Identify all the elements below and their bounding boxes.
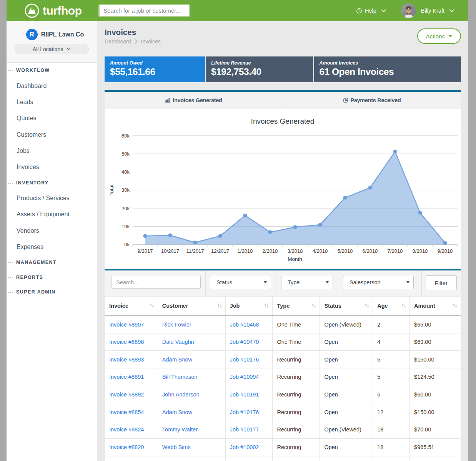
svg-text:50k: 50k (121, 151, 130, 157)
filter-cell-type: Type (276, 270, 339, 297)
salesperson-select-value: Salesperson (350, 279, 381, 285)
sidebar-section-workflow[interactable]: WORKFLOW (7, 63, 97, 78)
sort-icon[interactable] (217, 303, 222, 308)
cell-amount: $70.00 (410, 421, 461, 439)
cell-invoice[interactable]: Invoice #8898 (105, 333, 158, 351)
cell-amount: $965.51 (410, 438, 461, 456)
cell-invoice[interactable]: Invoice #8891 (105, 368, 158, 386)
brand[interactable]: turfhop (24, 0, 82, 21)
cell-customer[interactable]: Adam Snow (158, 403, 225, 421)
sort-icon[interactable] (150, 303, 155, 308)
sidebar-item-invoices[interactable]: Invoices (7, 159, 97, 175)
sidebar-item-quotes[interactable]: Quotes (7, 110, 97, 126)
cell-type: Recurring (273, 438, 320, 456)
svg-text:30k: 30k (121, 187, 130, 193)
sidebar-item-expenses[interactable]: Expenses (7, 239, 97, 255)
cell-invoice[interactable]: Invoice #8820 (105, 438, 158, 456)
column-header-customer[interactable]: Customer (158, 297, 225, 316)
user-chevron-down-icon[interactable] (449, 9, 454, 12)
column-header-age[interactable]: Age (373, 297, 410, 316)
cell-customer[interactable]: Webb Sims (158, 438, 225, 456)
user-avatar[interactable] (401, 3, 416, 18)
cell-job[interactable]: Job #10191 (225, 386, 273, 403)
svg-text:6/2018: 6/2018 (363, 248, 378, 254)
column-header-invoice[interactable]: Invoice (105, 297, 158, 316)
cell-age: 5 (373, 368, 410, 386)
sidebar-section-inventory[interactable]: INVENTORY (7, 175, 97, 190)
sort-icon[interactable] (364, 303, 369, 308)
svg-text:60k: 60k (121, 133, 130, 139)
type-select-value: Type (288, 279, 300, 285)
status-select[interactable]: Status (210, 276, 271, 289)
cell-invoice[interactable]: Invoice #8893 (105, 351, 158, 368)
sidebar-item-customers[interactable]: Customers (7, 126, 97, 143)
cell-customer[interactable]: Dale Vaughn (158, 333, 225, 351)
column-header-job[interactable]: Job (225, 297, 273, 316)
cell-type: One Time (273, 316, 320, 333)
company-logo-badge: R (26, 29, 38, 40)
column-header-label: Age (377, 303, 388, 309)
column-header-label: Type (277, 303, 290, 309)
table-row: Invoice #8898Dale VaughnJob #10470One Ti… (105, 333, 461, 351)
table-header: InvoiceCustomerJobTypeStatusAgeAmount (105, 297, 461, 316)
cell-invoice[interactable]: Invoice #8892 (105, 386, 158, 403)
filter-button[interactable]: Filter (426, 275, 457, 290)
invoices-generated-chart: Invoices Generated0k10k20k30k40k50k60k9/… (105, 109, 461, 269)
cell-job[interactable]: Job #10002 (225, 438, 273, 456)
column-header-status[interactable]: Status (320, 297, 373, 316)
cell-customer[interactable]: John Anderson (158, 386, 225, 403)
sidebar-item-assets-equipment[interactable]: Assets / Equipment (7, 206, 97, 222)
location-selector[interactable]: All Locations (15, 44, 89, 54)
cell-age: 18 (373, 421, 410, 439)
cell-customer[interactable]: Rick Fowler (158, 316, 225, 333)
pie-chart-icon (343, 98, 348, 103)
cell-customer[interactable]: Bill Thomason (158, 368, 225, 386)
cell-customer[interactable]: Adam Snow (158, 351, 225, 368)
tab-payments-received[interactable]: Payments Received (283, 92, 461, 109)
table-search-input[interactable] (111, 276, 201, 289)
global-search-input[interactable] (98, 4, 190, 17)
sort-icon[interactable] (401, 303, 406, 308)
cell-invoice[interactable]: Invoice #8824 (105, 421, 158, 439)
table-row: Invoice #8854Adam SnowJob #10176Recurrin… (105, 403, 461, 421)
sort-icon[interactable] (264, 303, 269, 308)
svg-text:2/2018: 2/2018 (263, 248, 278, 254)
sidebar-item-products-services[interactable]: Products / Services (7, 190, 97, 206)
tab-invoices-generated[interactable]: Invoices Generated (105, 92, 283, 109)
cell-customer[interactable]: Tommy Walter (158, 421, 225, 439)
sort-icon[interactable] (453, 303, 458, 308)
breadcrumb-dashboard[interactable]: Dashboard (105, 38, 131, 45)
cell-invoice[interactable]: Invoice #8907 (105, 316, 158, 333)
page-title: Invoices (105, 28, 136, 37)
cell-job[interactable]: Job #10177 (225, 421, 273, 439)
sidebar-section-management[interactable]: MANAGEMENT (7, 255, 97, 270)
cell-job[interactable]: Job #10176 (225, 403, 273, 421)
sidebar-item-jobs[interactable]: Jobs (7, 143, 97, 159)
actions-button[interactable]: Actions (417, 28, 461, 44)
column-header-type[interactable]: Type (273, 297, 320, 316)
help-menu[interactable]: ? Help (356, 8, 386, 14)
cell-job[interactable]: Job #10470 (225, 333, 273, 351)
type-select[interactable]: Type (281, 276, 333, 289)
sidebar-section-reports[interactable]: REPORTS (7, 270, 97, 285)
chevron-down-icon (67, 48, 71, 50)
cell-job[interactable]: Job #10176 (225, 351, 273, 368)
help-icon: ? (356, 8, 362, 13)
cell-age: 4 (373, 333, 410, 351)
sidebar-item-leads[interactable]: Leads (7, 94, 97, 110)
svg-text:Invoices Generated: Invoices Generated (251, 117, 315, 125)
cell-status: Open (320, 386, 373, 403)
company-name: RIIPL Lawn Co (41, 31, 84, 38)
salesperson-select[interactable]: Salesperson (343, 276, 414, 289)
brand-name: turfhop (43, 4, 82, 17)
cell-status: Open (Viewed) (320, 316, 373, 333)
table-row: Invoice #8824Tommy WalterJob #10177Recur… (105, 421, 461, 439)
sidebar-item-dashboard[interactable]: Dashboard (7, 78, 97, 94)
cell-invoice[interactable]: Invoice #8854 (105, 403, 158, 421)
cell-job[interactable]: Job #10094 (225, 368, 273, 386)
sidebar-section-super-admin[interactable]: SUPER ADMIN (7, 285, 97, 300)
cell-job[interactable]: Job #10468 (225, 316, 273, 333)
sidebar-item-vendors[interactable]: Vendors (7, 222, 97, 239)
sort-icon[interactable] (311, 303, 316, 308)
column-header-amount[interactable]: Amount (410, 297, 461, 316)
